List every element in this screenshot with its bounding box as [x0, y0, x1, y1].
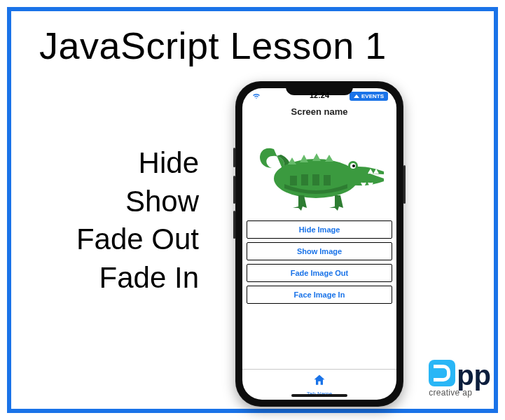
- page-title: JavaScript Lesson 1: [39, 24, 387, 67]
- svg-rect-2: [301, 174, 308, 186]
- home-icon[interactable]: [312, 373, 326, 390]
- action-show: Show: [38, 183, 199, 221]
- slide-frame: JavaScript Lesson 1 Hide Show Fade Out F…: [7, 7, 498, 413]
- svg-rect-3: [312, 174, 319, 186]
- screen-name-label: Screen name: [242, 104, 396, 122]
- svg-rect-1: [290, 176, 297, 186]
- wifi-icon: [252, 92, 261, 99]
- phone-mockup: 12:24 EVENTS Screen name: [235, 81, 403, 407]
- action-hide: Hide: [38, 144, 199, 183]
- face-image-in-button[interactable]: Face Image In: [247, 286, 392, 304]
- action-fade-out: Fade Out: [38, 220, 199, 259]
- phone-side-button: [233, 148, 235, 167]
- crocodile-image: [249, 130, 389, 214]
- phone-screen: 12:24 EVENTS Screen name: [242, 88, 396, 400]
- brand-logo: pp creative ap: [429, 360, 491, 398]
- svg-point-7: [352, 164, 355, 167]
- button-list: Hide Image Show Image Fade Image Out Fac…: [242, 220, 396, 307]
- show-image-button[interactable]: Show Image: [247, 242, 392, 260]
- brand-tile-icon: [429, 360, 455, 386]
- image-container: [242, 122, 396, 220]
- events-button[interactable]: EVENTS: [350, 92, 388, 101]
- phone-side-button: [233, 176, 235, 204]
- phone-side-button: [233, 211, 235, 239]
- status-clock: 12:24: [310, 91, 329, 99]
- phone-side-button: [403, 165, 406, 204]
- fade-image-out-button[interactable]: Fade Image Out: [247, 264, 392, 282]
- hide-image-button[interactable]: Hide Image: [247, 220, 392, 239]
- brand-letters: pp: [457, 364, 491, 386]
- action-list: Hide Show Fade Out Fade In: [38, 144, 199, 297]
- svg-rect-4: [324, 175, 331, 186]
- action-fade-in: Fade In: [38, 259, 199, 298]
- brand-mark: pp: [429, 360, 491, 386]
- events-label: EVENTS: [361, 93, 384, 99]
- home-indicator: [291, 394, 347, 397]
